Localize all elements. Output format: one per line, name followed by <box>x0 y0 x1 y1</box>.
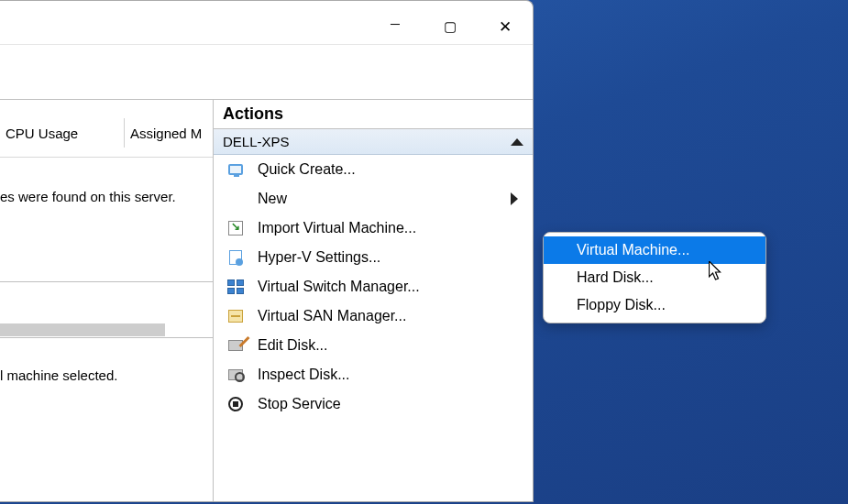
menubar <box>0 45 533 100</box>
column-assigned-memory[interactable]: Assigned M <box>125 118 213 148</box>
column-cpu-usage[interactable]: CPU Usage <box>0 118 125 148</box>
action-edit-disk[interactable]: Edit Disk... <box>214 331 533 360</box>
inspect-disk-icon <box>226 366 245 384</box>
action-label: Import Virtual Machine... <box>258 220 416 236</box>
action-virtual-san-manager[interactable]: Virtual SAN Manager... <box>214 301 533 331</box>
action-stop-service[interactable]: Stop Service <box>214 389 533 419</box>
action-virtual-switch-manager[interactable]: Virtual Switch Manager... <box>214 272 533 301</box>
action-label: New <box>258 191 287 207</box>
minimize-button[interactable] <box>368 8 423 45</box>
blank-icon <box>226 190 245 208</box>
action-hyperv-settings[interactable]: Hyper-V Settings... <box>214 243 533 272</box>
action-label: Virtual Switch Manager... <box>258 279 420 295</box>
action-quick-create[interactable]: Quick Create... <box>214 155 533 184</box>
actions-group-label: DELL-XPS <box>223 134 290 149</box>
action-label: Edit Disk... <box>258 337 327 354</box>
hyperv-window: ▢ ✕ CPU Usage Assigned M es were found o… <box>0 0 534 502</box>
actions-group-header[interactable]: DELL-XPS <box>214 129 533 155</box>
maximize-button[interactable]: ▢ <box>423 8 478 45</box>
switch-icon <box>226 278 245 296</box>
no-vms-message: es were found on this server. <box>0 158 213 208</box>
action-new[interactable]: New <box>214 184 533 214</box>
no-selection-message: l machine selected. <box>0 367 117 383</box>
grid-header: CPU Usage Assigned M <box>0 100 213 158</box>
action-label: Hyper-V Settings... <box>258 249 380 266</box>
import-icon <box>226 219 245 237</box>
content-area: CPU Usage Assigned M es were found on th… <box>0 100 533 501</box>
action-label: Quick Create... <box>258 161 356 178</box>
actions-title: Actions <box>214 100 533 129</box>
action-label: Virtual SAN Manager... <box>258 308 406 324</box>
collapse-icon <box>511 138 523 146</box>
submenu-virtual-machine[interactable]: Virtual Machine... <box>544 236 765 264</box>
submenu-hard-disk[interactable]: Hard Disk... <box>544 264 765 291</box>
action-label: Stop Service <box>258 396 341 412</box>
actions-pane: Actions DELL-XPS Quick Create... New Imp… <box>213 100 533 501</box>
close-button[interactable]: ✕ <box>478 8 533 45</box>
horizontal-scrollbar[interactable] <box>0 323 165 336</box>
edit-disk-icon <box>226 336 245 355</box>
san-icon <box>226 307 245 325</box>
stop-icon <box>226 395 245 413</box>
action-inspect-disk[interactable]: Inspect Disk... <box>214 360 533 389</box>
action-import-vm[interactable]: Import Virtual Machine... <box>214 214 533 243</box>
monitor-icon <box>226 160 245 179</box>
submenu-arrow-icon <box>511 192 518 205</box>
action-label: Inspect Disk... <box>258 367 349 383</box>
new-submenu: Virtual Machine... Hard Disk... Floppy D… <box>543 232 766 323</box>
submenu-floppy-disk[interactable]: Floppy Disk... <box>544 291 765 319</box>
vm-list-pane: CPU Usage Assigned M es were found on th… <box>0 100 213 501</box>
titlebar: ▢ ✕ <box>0 1 533 45</box>
settings-icon <box>226 248 245 267</box>
